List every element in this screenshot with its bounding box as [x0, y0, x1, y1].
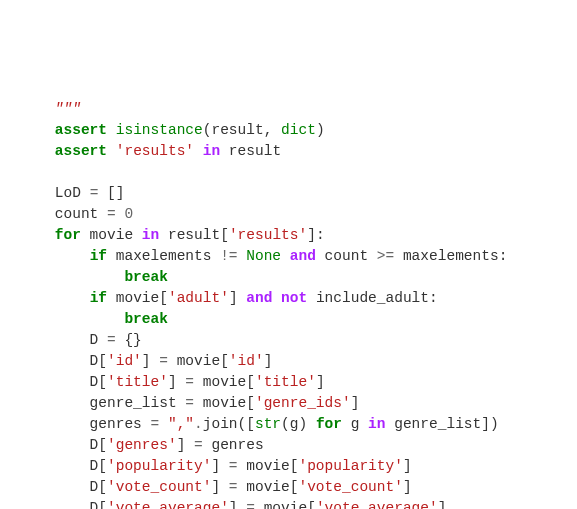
code-token: assert — [55, 122, 107, 138]
code-token: movie[ — [107, 290, 168, 306]
code-token: movie — [81, 227, 142, 243]
code-line: for movie in result['results']: — [20, 225, 557, 246]
code-token: ] — [438, 500, 447, 509]
code-token: in — [142, 227, 159, 243]
code-token: D — [20, 332, 107, 348]
code-token — [107, 122, 116, 138]
code-token: ] — [229, 500, 246, 509]
code-token: = — [194, 437, 203, 453]
code-line: D['title'] = movie['title'] — [20, 372, 557, 393]
code-token: D[ — [20, 479, 107, 495]
code-token: ] — [211, 458, 228, 474]
code-token: D[ — [20, 500, 107, 509]
code-token: and — [290, 248, 316, 264]
code-token: movie[ — [194, 374, 255, 390]
code-token — [20, 248, 90, 264]
code-token: ]: — [307, 227, 324, 243]
code-token: ] — [168, 374, 185, 390]
code-token: 'vote_average' — [107, 500, 229, 509]
code-token — [20, 311, 124, 327]
code-token: movie[ — [238, 479, 299, 495]
code-token — [238, 248, 247, 264]
code-token: movie[ — [194, 395, 255, 411]
code-token: D[ — [20, 353, 107, 369]
code-token — [20, 290, 90, 306]
code-token: 'popularity' — [107, 458, 211, 474]
code-line: assert 'results' in result — [20, 141, 557, 162]
code-token: ] — [351, 395, 360, 411]
code-token: break — [124, 311, 168, 327]
code-line: genres = ",".join([str(g) for g in genre… — [20, 414, 557, 435]
code-token: in — [203, 143, 220, 159]
code-line: count = 0 — [20, 204, 557, 225]
code-token: result[ — [159, 227, 229, 243]
code-token: 'title' — [255, 374, 316, 390]
code-token: not — [281, 290, 307, 306]
code-token: {} — [116, 332, 142, 348]
code-token: maxelements — [107, 248, 220, 264]
code-token: (result, — [203, 122, 281, 138]
code-line: break — [20, 267, 557, 288]
code-token: != — [220, 248, 237, 264]
code-token: 'results' — [116, 143, 194, 159]
code-token: for — [316, 416, 342, 432]
code-token: ] — [316, 374, 325, 390]
code-token: join([ — [203, 416, 255, 432]
code-token: result — [220, 143, 281, 159]
code-token: [] — [98, 185, 124, 201]
code-token: 'vote_count' — [298, 479, 402, 495]
code-token — [159, 416, 168, 432]
code-token: "," — [168, 416, 194, 432]
code-token: isinstance — [116, 122, 203, 138]
code-token — [194, 143, 203, 159]
code-token: = — [246, 500, 255, 509]
code-token: and — [246, 290, 272, 306]
code-token: count — [20, 206, 107, 222]
code-token: 'id' — [229, 353, 264, 369]
code-token — [281, 248, 290, 264]
code-token: = — [185, 395, 194, 411]
code-token: 'genres' — [107, 437, 177, 453]
code-token: D[ — [20, 458, 107, 474]
code-token: if — [90, 248, 107, 264]
code-token: if — [90, 290, 107, 306]
code-token — [20, 227, 55, 243]
code-token: count — [316, 248, 377, 264]
code-token: . — [194, 416, 203, 432]
code-token: = — [229, 479, 238, 495]
code-token — [20, 269, 124, 285]
code-token: ] — [142, 353, 159, 369]
code-token: D[ — [20, 437, 107, 453]
code-token: LoD — [20, 185, 90, 201]
code-token: 'genre_ids' — [255, 395, 351, 411]
code-line: D['popularity'] = movie['popularity'] — [20, 456, 557, 477]
code-token — [272, 290, 281, 306]
code-token: (g) — [281, 416, 316, 432]
code-token: = — [107, 206, 116, 222]
code-token: str — [255, 416, 281, 432]
code-token: ) — [316, 122, 325, 138]
code-token: >= — [377, 248, 394, 264]
code-token: = — [185, 374, 194, 390]
code-token: 0 — [124, 206, 133, 222]
code-token: 'results' — [229, 227, 307, 243]
code-token: 'vote_average' — [316, 500, 438, 509]
code-token: genre_list]) — [386, 416, 499, 432]
code-token: maxelements: — [394, 248, 507, 264]
code-block: """ assert isinstance(result, dict) asse… — [20, 99, 557, 509]
code-token: = — [151, 416, 160, 432]
code-token: ] — [211, 479, 228, 495]
code-line: if movie['adult'] and not include_adult: — [20, 288, 557, 309]
code-line: D['vote_count'] = movie['vote_count'] — [20, 477, 557, 498]
code-line: """ — [20, 99, 557, 120]
code-line: assert isinstance(result, dict) — [20, 120, 557, 141]
code-token: 'adult' — [168, 290, 229, 306]
code-line: D['genres'] = genres — [20, 435, 557, 456]
code-line: genre_list = movie['genre_ids'] — [20, 393, 557, 414]
code-token — [107, 143, 116, 159]
code-token: ] — [403, 458, 412, 474]
code-token: genres — [203, 437, 264, 453]
code-token: ] — [403, 479, 412, 495]
code-token: movie[ — [255, 500, 316, 509]
code-token: assert — [55, 143, 107, 159]
